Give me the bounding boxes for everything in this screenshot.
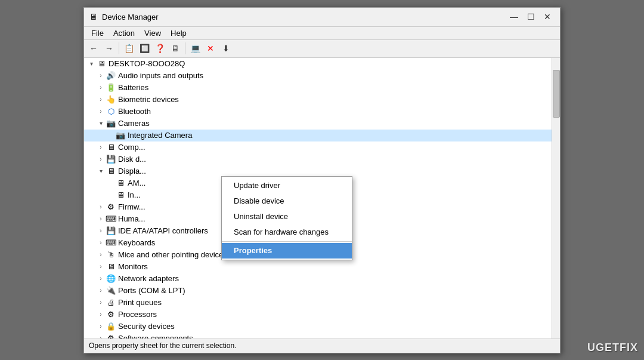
ctx-update-driver[interactable]: Update driver <box>222 178 352 193</box>
menu-file[interactable]: File <box>86 27 109 39</box>
forward-button[interactable]: → <box>102 41 116 56</box>
display-expand-icon[interactable]: ▾ <box>96 167 106 176</box>
processors-label: Processors <box>118 310 157 319</box>
tree-item-network[interactable]: › 🌐 Network adapters <box>84 273 552 285</box>
scrollbar-track[interactable] <box>552 58 560 339</box>
sw-components-expand-icon[interactable]: › <box>96 334 106 339</box>
bluetooth-label: Bluetooth <box>118 107 151 116</box>
security-label: Security devices <box>118 322 175 331</box>
ide-label: IDE ATA/ATAPI controllers <box>118 226 208 235</box>
batteries-icon: 🔋 <box>106 83 116 93</box>
ctx-scan-hardware[interactable]: Scan for hardware changes <box>222 224 352 240</box>
hid-icon: ⌨ <box>106 214 116 224</box>
title-bar: 🖥 Device Manager — ☐ ✕ <box>84 8 560 27</box>
tree-item-monitors[interactable]: › 🖥 Monitors <box>84 261 552 273</box>
print-expand-icon[interactable]: › <box>96 298 106 307</box>
network-expand-icon[interactable]: › <box>96 274 106 284</box>
device-tree[interactable]: ▾ 🖥 DESKTOP-8OOO28Q › 🔊 Audio inputs and… <box>84 58 552 339</box>
tree-item-processors[interactable]: › ⚙ Processors <box>84 309 552 321</box>
toolbar-btn-4[interactable]: 💻 <box>188 41 202 56</box>
mice-expand-icon[interactable]: › <box>96 250 106 260</box>
ports-expand-icon[interactable]: › <box>96 286 106 296</box>
tree-item-audio[interactable]: › 🔊 Audio inputs and outputs <box>84 70 552 82</box>
display-sub1-icon: 🖥 <box>115 179 126 188</box>
mice-icon: 🖱 <box>106 250 116 260</box>
print-label: Print queues <box>118 298 162 307</box>
toolbar-btn-help[interactable]: ❓ <box>153 41 167 56</box>
display-sub2-icon: 🖥 <box>115 190 126 200</box>
root-label: DESKTOP-8OOO28Q <box>109 59 185 68</box>
cameras-expand-icon[interactable]: ▾ <box>96 119 106 128</box>
window-icon: 🖥 <box>89 12 98 21</box>
tree-item-print[interactable]: › 🖨 Print queues <box>84 297 552 309</box>
bluetooth-icon: ⬡ <box>106 107 116 116</box>
batteries-expand-icon[interactable]: › <box>96 83 106 93</box>
minimize-button[interactable]: — <box>506 10 522 23</box>
disk-expand-icon[interactable]: › <box>96 155 106 164</box>
biometric-expand-icon[interactable]: › <box>96 95 106 104</box>
audio-expand-icon[interactable]: › <box>96 71 106 81</box>
bluetooth-expand-icon[interactable]: › <box>96 107 106 116</box>
tree-item-computer[interactable]: › 🖥 Comp... <box>84 141 552 153</box>
ctx-disable-device[interactable]: Disable device <box>222 193 352 209</box>
tree-item-biometric[interactable]: › 👆 Biometric devices <box>84 94 552 106</box>
display-sub1-label: AM... <box>128 179 145 187</box>
toolbar-btn-delete[interactable]: ✕ <box>203 41 218 56</box>
scrollbar-thumb[interactable] <box>553 70 560 118</box>
processors-expand-icon[interactable]: › <box>96 310 106 319</box>
ctx-uninstall-device[interactable]: Uninstall device <box>222 209 352 224</box>
toolbar-btn-2[interactable]: 🔲 <box>137 41 151 56</box>
menu-help[interactable]: Help <box>166 27 191 39</box>
status-bar: Opens property sheet for the current sel… <box>84 339 560 353</box>
ports-label: Ports (COM & LPT) <box>118 286 185 295</box>
menu-bar: File Action View Help <box>84 27 560 40</box>
window-controls: — ☐ ✕ <box>506 10 555 23</box>
display-sub2-label: In... <box>128 190 141 199</box>
firmware-icon: ⚙ <box>106 202 116 212</box>
sw-components-label: Software components <box>118 334 193 339</box>
menu-view[interactable]: View <box>140 27 166 39</box>
monitors-icon: 🖥 <box>106 262 116 272</box>
toolbar-btn-1[interactable]: 📋 <box>122 41 136 56</box>
toolbar-btn-update[interactable]: ⬇ <box>219 41 233 56</box>
display-icon: 🖥 <box>106 167 116 176</box>
menu-action[interactable]: Action <box>109 27 140 39</box>
toolbar-separator-1 <box>119 42 119 54</box>
ctx-properties[interactable]: Properties <box>222 243 352 259</box>
audio-label: Audio inputs and outputs <box>118 71 203 80</box>
ide-expand-icon[interactable]: › <box>96 226 106 236</box>
network-icon: 🌐 <box>106 274 116 284</box>
biometric-label: Biometric devices <box>118 95 179 104</box>
hid-expand-icon[interactable]: › <box>96 214 106 224</box>
firmware-expand-icon[interactable]: › <box>96 202 106 212</box>
tree-root[interactable]: ▾ 🖥 DESKTOP-8OOO28Q <box>84 58 552 70</box>
tree-item-disk[interactable]: › 💾 Disk d... <box>84 153 552 165</box>
print-icon: 🖨 <box>106 298 116 307</box>
tree-item-batteries[interactable]: › 🔋 Batteries <box>84 82 552 94</box>
tree-item-ports[interactable]: › 🔌 Ports (COM & LPT) <box>84 285 552 297</box>
root-expand-icon[interactable]: ▾ <box>86 59 96 69</box>
toolbar-btn-3[interactable]: 🖥 <box>168 41 182 56</box>
tree-item-bluetooth[interactable]: › ⬡ Bluetooth <box>84 106 552 118</box>
tree-item-integrated-camera[interactable]: 📷 Integrated Camera <box>84 130 552 141</box>
biometric-icon: 👆 <box>106 95 116 104</box>
keyboards-expand-icon[interactable]: › <box>96 238 106 248</box>
disk-icon: 💾 <box>106 155 116 164</box>
monitors-expand-icon[interactable]: › <box>96 262 106 272</box>
back-button[interactable]: ← <box>86 41 101 56</box>
cameras-label: Cameras <box>118 119 150 128</box>
tree-item-security[interactable]: › 🔒 Security devices <box>84 321 552 333</box>
main-content: ▾ 🖥 DESKTOP-8OOO28Q › 🔊 Audio inputs and… <box>84 58 560 339</box>
tree-item-sw-components[interactable]: › ⚙ Software components <box>84 333 552 339</box>
computer-expand-icon[interactable]: › <box>96 143 106 152</box>
keyboards-label: Keyboards <box>118 238 155 247</box>
display-sub1-expand <box>106 179 115 188</box>
security-expand-icon[interactable]: › <box>96 322 106 331</box>
tree-item-display[interactable]: ▾ 🖥 Displa... <box>84 165 552 177</box>
maximize-button[interactable]: ☐ <box>523 10 538 23</box>
integrated-camera-icon: 📷 <box>115 131 126 140</box>
close-button[interactable]: ✕ <box>540 10 555 23</box>
tree-item-cameras[interactable]: ▾ 📷 Cameras <box>84 118 552 130</box>
sw-components-icon: ⚙ <box>106 334 116 339</box>
ctx-separator <box>222 241 352 242</box>
